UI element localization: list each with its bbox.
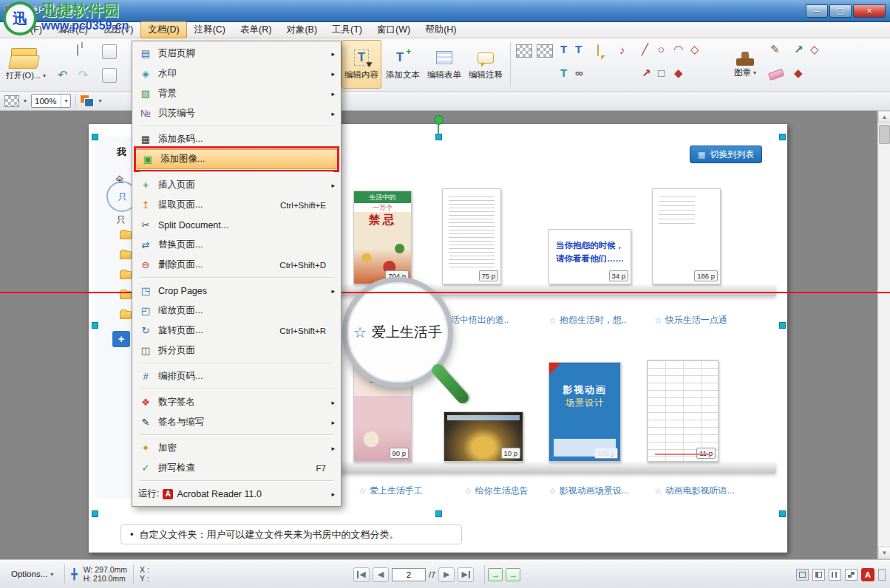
menu-form[interactable]: 表单(R)	[233, 21, 279, 38]
undo-icon[interactable]: ↶	[58, 68, 67, 82]
menu-item-run-acrobat[interactable]: 运行: A Acrobat Reader 11.0 ▸	[134, 484, 339, 504]
menu-window[interactable]: 窗口(W)	[370, 21, 418, 38]
selection-handle-bottom-right[interactable]	[779, 510, 786, 517]
comment-bubble-icon[interactable]	[597, 44, 599, 56]
ellipse-tool-icon[interactable]: ○	[658, 43, 665, 55]
image-tile-icon[interactable]	[516, 44, 532, 58]
statusbar-left: Options... ▾ ╋ W: 297.0mm H: 210.0mm X :…	[6, 564, 149, 584]
cloud-tool-icon[interactable]: ◆	[794, 66, 803, 80]
menu-item-spell-check[interactable]: ✓ 拼写检查 F7	[134, 458, 339, 478]
menu-item-digital-signature[interactable]: ❖ 数字签名 ▸	[134, 392, 339, 412]
page-number-input[interactable]	[392, 568, 426, 581]
menu-item-replace-pages[interactable]: ⇄ 替换页面...	[134, 235, 339, 255]
menu-edit[interactable]: 编辑(E)	[50, 21, 95, 38]
menu-help[interactable]: 帮助(H)	[418, 21, 463, 38]
export-image-icon[interactable]: →	[488, 568, 503, 581]
menu-file[interactable]: 文件(F)	[4, 21, 50, 38]
print-icon[interactable]	[77, 44, 78, 56]
scroll-up-button[interactable]: ▲	[878, 111, 890, 123]
link-icon[interactable]: ∞	[575, 66, 583, 79]
dropdown-arrow-icon[interactable]: ▾	[98, 98, 101, 104]
submenu-arrow-icon: ▸	[327, 110, 335, 117]
text-underline-icon[interactable]: T	[560, 66, 567, 79]
add-text-button[interactable]: T 添加文本	[383, 40, 423, 89]
continuous-view-icon[interactable]	[829, 569, 841, 581]
selection-handle-mid-left[interactable]	[92, 322, 98, 329]
menu-object[interactable]: 对象(B)	[279, 21, 325, 38]
text-style-icon[interactable]: T	[575, 43, 582, 55]
facing-page-view-icon[interactable]	[812, 569, 825, 581]
selection-handle-top-right[interactable]	[779, 134, 786, 140]
menu-item-add-barcode[interactable]: ▦ 添加条码...	[134, 129, 339, 149]
menu-item-extract-pages[interactable]: ↥ 提取页面... Ctrl+Shift+E	[134, 195, 339, 215]
single-page-view-icon[interactable]	[796, 569, 809, 581]
edit-comment-button[interactable]: 编辑注释	[466, 40, 506, 89]
selection-handle-bottom-left[interactable]	[92, 510, 98, 517]
menu-item-split-page[interactable]: ◫ 拆分页面	[134, 341, 339, 360]
menu-item-split-document[interactable]: ✂ Split Document...	[134, 215, 339, 235]
edit-content-button[interactable]: T 编辑内容	[342, 40, 381, 89]
menu-separator	[134, 123, 339, 129]
grid-view-icon[interactable]	[845, 569, 857, 581]
page-count-badge: 90 p	[390, 448, 410, 459]
stamp-button[interactable]: 图章▾	[729, 40, 761, 89]
line-tool-icon[interactable]: ╱	[642, 43, 648, 56]
menu-item-background[interactable]: ▧ 背景 ▸	[134, 83, 339, 103]
image-tile-icon-2[interactable]	[537, 44, 553, 58]
minimize-button[interactable]: ─	[806, 4, 828, 18]
scroll-down-button[interactable]: ▼	[878, 547, 890, 559]
rotation-handle[interactable]	[434, 115, 444, 125]
menu-item-insert-pages[interactable]: + 插入页面 ▸	[134, 175, 339, 195]
menu-item-arrange-page-numbers[interactable]: # 编排页码...	[134, 366, 339, 386]
eraser-tool-icon[interactable]	[768, 69, 784, 81]
menu-view[interactable]: 视图(V)	[95, 21, 141, 38]
menu-item-signature-initials[interactable]: ✎ 签名与缩写 ▸	[134, 412, 339, 432]
text-tool-icon[interactable]: T	[560, 43, 567, 55]
polygon-tool-icon[interactable]: ◇	[690, 43, 699, 56]
vertical-scrollbar[interactable]: ▲ ▼	[877, 111, 890, 559]
selection-handle-mid-right[interactable]	[779, 322, 786, 329]
measure-tool-icon[interactable]: ↗	[794, 43, 804, 56]
previous-page-button[interactable]: ◀	[373, 567, 389, 582]
redo-icon[interactable]: ↷	[78, 68, 88, 82]
last-page-button[interactable]: ▶	[458, 567, 474, 582]
menu-item-watermark[interactable]: ◈ 水印 ▸	[134, 64, 339, 83]
dropdown-arrow-icon[interactable]: ▾	[24, 98, 27, 104]
menu-item-bates-number[interactable]: № 贝茨编号 ▸	[134, 103, 339, 123]
menu-item-add-image[interactable]: ▣ 添加图像...	[135, 149, 338, 169]
maximize-button[interactable]: ▢	[829, 4, 852, 18]
selection-handle-top-left[interactable]	[92, 134, 98, 140]
selection-handle-bottom-center[interactable]	[435, 510, 442, 517]
zoom-combobox[interactable]: 100% ▾	[31, 94, 71, 108]
menu-item-delete-pages[interactable]: ⊖ 删除页面... Ctrl+Shift+D	[134, 255, 339, 275]
color-swatch[interactable]	[81, 95, 94, 107]
menu-document[interactable]: 文档(D)	[140, 21, 186, 38]
menu-item-crop-pages[interactable]: ◳ Crop Pages ▸	[134, 281, 339, 301]
fill-pattern-swatch[interactable]	[4, 95, 19, 107]
snapshot-icon[interactable]: →	[506, 568, 520, 581]
shape-tool-icon[interactable]: ◇	[810, 43, 819, 56]
polyline-tool-icon[interactable]: ◆	[674, 66, 683, 80]
audio-comment-icon[interactable]: ♪	[619, 44, 625, 56]
menu-item-encrypt[interactable]: ✦ 加密 ▸	[134, 438, 339, 458]
edit-form-button[interactable]: 编辑表单	[424, 40, 464, 89]
options-button[interactable]: Options... ▾	[6, 567, 58, 581]
menu-comment[interactable]: 注释(C)	[187, 21, 233, 38]
first-page-button[interactable]: ◀	[353, 567, 370, 582]
pdf-icon[interactable]: A	[861, 568, 874, 581]
doc-tool-icon[interactable]	[102, 44, 117, 59]
close-button[interactable]: ×	[853, 4, 886, 18]
pencil-tool-icon[interactable]: ✎	[770, 43, 780, 56]
open-file-button[interactable]: 打开(O)...▾	[3, 40, 49, 89]
menu-item-rotate-pages[interactable]: ↻ 旋转页面... Ctrl+Shift+R	[134, 321, 339, 341]
arc-tool-icon[interactable]: ◠	[674, 43, 683, 56]
scrollbar-thumb[interactable]	[879, 125, 890, 144]
menu-item-header-footer[interactable]: ▤ 页眉页脚 ▸	[134, 44, 339, 64]
menu-item-scale-pages[interactable]: ◰ 缩放页面...	[134, 301, 339, 321]
arrow-tool-icon[interactable]: ↗	[642, 66, 651, 80]
doc-tool-icon-2[interactable]	[102, 68, 117, 83]
selection-handle-top-center[interactable]	[435, 134, 442, 140]
menu-tools[interactable]: 工具(T)	[325, 21, 370, 38]
next-page-button[interactable]: ▶	[438, 567, 455, 582]
rectangle-tool-icon[interactable]: □	[658, 66, 665, 79]
